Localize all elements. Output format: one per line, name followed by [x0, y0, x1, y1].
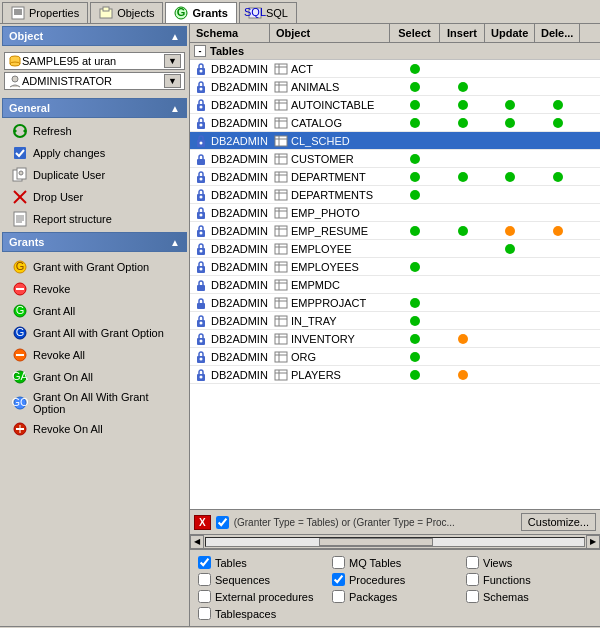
ext-procedures-checkbox[interactable] [198, 590, 211, 603]
svg-point-21 [19, 171, 23, 175]
top-tab-bar: Properties Objects G Grants SQL SQL [0, 0, 600, 24]
revoke-on-all-btn[interactable]: Revoke On All [0, 418, 189, 440]
svg-rect-71 [197, 159, 205, 165]
scroll-track[interactable] [205, 537, 585, 547]
table-row[interactable]: DB2ADMINACT [190, 60, 600, 78]
sequences-label[interactable]: Sequences [215, 574, 270, 586]
table-row[interactable]: DB2ADMINCATALOG [190, 114, 600, 132]
table-row[interactable]: DB2ADMINCUSTOMER [190, 150, 600, 168]
table-row[interactable]: DB2ADMINEMPPROJACT [190, 294, 600, 312]
general-menu: Refresh Apply changes Duplicate User [0, 120, 189, 230]
ext-procedures-label[interactable]: External procedures [215, 591, 313, 603]
scroll-left-btn[interactable]: ◀ [190, 535, 204, 549]
mq-tables-label[interactable]: MQ Tables [349, 557, 401, 569]
svg-point-129 [200, 375, 203, 378]
schema-lock-icon [194, 170, 208, 184]
table-row[interactable]: DB2ADMINEMP_PHOTO [190, 204, 600, 222]
refresh-btn[interactable]: Refresh [0, 120, 189, 142]
svg-rect-106 [275, 280, 287, 290]
table-row[interactable]: DB2ADMINEMP_RESUME [190, 222, 600, 240]
checkbox-row-packages: Packages [332, 590, 458, 603]
delete-cell [535, 374, 580, 376]
table-row[interactable]: DB2ADMINCL_SCHED [190, 132, 600, 150]
grant-with-option-btn[interactable]: G Grant with Grant Option [0, 256, 189, 278]
filter-remove-btn[interactable]: X [194, 515, 211, 530]
schemas-label[interactable]: Schemas [483, 591, 529, 603]
sequences-checkbox[interactable] [198, 573, 211, 586]
table-row[interactable]: DB2ADMINDEPARTMENTS [190, 186, 600, 204]
views-checkbox[interactable] [466, 556, 479, 569]
views-label[interactable]: Views [483, 557, 512, 569]
tab-grants[interactable]: G Grants [165, 2, 236, 23]
packages-checkbox[interactable] [332, 590, 345, 603]
scroll-thumb[interactable] [319, 538, 432, 546]
tables-checkbox[interactable] [198, 556, 211, 569]
procedures-label[interactable]: Procedures [349, 574, 405, 586]
object-collapse-btn[interactable]: ▲ [170, 31, 180, 42]
filter-checkbox[interactable] [216, 516, 229, 529]
table-row[interactable]: DB2ADMINEMPLOYEES [190, 258, 600, 276]
grant-on-all-btn[interactable]: GA Grant On All [0, 366, 189, 388]
delete-cell [535, 140, 580, 142]
packages-label[interactable]: Packages [349, 591, 397, 603]
svg-rect-87 [275, 208, 287, 218]
table-row[interactable]: DB2ADMINPLAYERS [190, 366, 600, 384]
functions-checkbox[interactable] [466, 573, 479, 586]
grant-all-btn[interactable]: G Grant All [0, 300, 189, 322]
schema-lock-icon [194, 98, 208, 112]
functions-label[interactable]: Functions [483, 574, 531, 586]
tab-objects[interactable]: Objects [90, 2, 163, 23]
tablespaces-checkbox[interactable] [198, 607, 211, 620]
object-cell: ANIMALS [270, 79, 390, 95]
customize-btn[interactable]: Customize... [521, 513, 596, 531]
checkbox-row-mq-tables: MQ Tables [332, 556, 458, 569]
svg-point-91 [200, 231, 203, 234]
table-row[interactable]: DB2ADMINAUTOINCTABLE [190, 96, 600, 114]
tables-label[interactable]: Tables [215, 557, 247, 569]
schema-lock-icon [194, 350, 208, 364]
object-text: ANIMALS [291, 81, 339, 93]
db-dropdown-arrow[interactable]: ▼ [164, 54, 181, 68]
user-dropdown-arrow[interactable]: ▼ [164, 74, 181, 88]
horizontal-scrollbar[interactable]: ◀ ▶ [190, 534, 600, 548]
table-icon [274, 332, 288, 346]
duplicate-user-btn[interactable]: Duplicate User [0, 164, 189, 186]
scroll-right-btn[interactable]: ▶ [586, 535, 600, 549]
svg-point-81 [200, 195, 203, 198]
schema-cell: DB2ADMIN [190, 61, 270, 77]
select-cell [390, 171, 440, 183]
grants-collapse-btn[interactable]: ▲ [170, 237, 180, 248]
table-row[interactable]: DB2ADMINANIMALS [190, 78, 600, 96]
tablespaces-label[interactable]: Tablespaces [215, 608, 276, 620]
user-selector[interactable]: ADMINISTRATOR ▼ [4, 72, 185, 90]
table-row[interactable]: DB2ADMININVENTORY [190, 330, 600, 348]
insert-cell [440, 225, 485, 237]
report-structure-btn[interactable]: Report structure [0, 208, 189, 230]
drop-user-btn[interactable]: Drop User [0, 186, 189, 208]
db-selector[interactable]: SAMPLE95 at uran ▼ [4, 52, 185, 70]
table-icon [274, 134, 288, 148]
revoke-all-btn[interactable]: Revoke All [0, 344, 189, 366]
tab-properties[interactable]: Properties [2, 2, 88, 23]
table-row[interactable]: DB2ADMINEMPLOYEE [190, 240, 600, 258]
table-row[interactable]: DB2ADMINDEPARTMENT [190, 168, 600, 186]
procedures-checkbox[interactable] [332, 573, 345, 586]
svg-point-15 [12, 76, 18, 82]
drop-icon [12, 189, 28, 205]
grant-all-with-option-btn[interactable]: G Grant All with Grant Option [0, 322, 189, 344]
table-row[interactable]: DB2ADMININ_TRAY [190, 312, 600, 330]
table-row[interactable]: DB2ADMINORG [190, 348, 600, 366]
schema-cell: DB2ADMIN [190, 349, 270, 365]
mq-tables-checkbox[interactable] [332, 556, 345, 569]
delete-cell [535, 356, 580, 358]
revoke-btn[interactable]: Revoke [0, 278, 189, 300]
tables-expand-btn[interactable]: - [194, 45, 206, 57]
schemas-checkbox[interactable] [466, 590, 479, 603]
apply-changes-btn[interactable]: Apply changes [0, 142, 189, 164]
schema-text: DB2ADMIN [211, 261, 268, 273]
table-row[interactable]: DB2ADMINEMPMDC [190, 276, 600, 294]
tab-sql[interactable]: SQL SQL [239, 2, 297, 23]
grant-on-all-with-option-btn[interactable]: GO Grant On All With Grant Option [0, 388, 189, 418]
general-collapse-btn[interactable]: ▲ [170, 103, 180, 114]
object-cell: EMPLOYEE [270, 241, 390, 257]
